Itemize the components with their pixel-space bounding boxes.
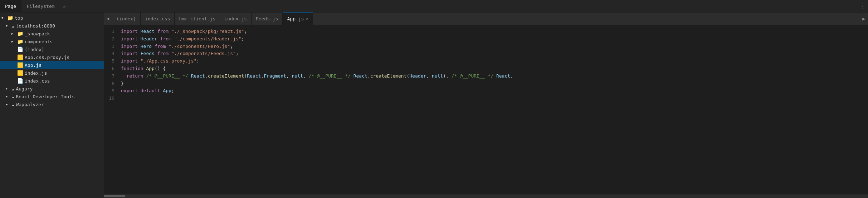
file-icon-indexcss: 📄	[17, 78, 23, 84]
tree-label-components: components	[25, 39, 53, 44]
line-num-7: 7	[107, 73, 114, 80]
tree-item-snowpack[interactable]: ▶ 📁 _snowpack	[0, 30, 104, 38]
tree-item-appcss[interactable]: ▶ 🟨 App.css.proxy.js	[0, 53, 104, 61]
editor-tab-index-css-label: index.css	[145, 16, 170, 21]
file-icon-appcss: 🟨	[17, 54, 23, 60]
line-num-10: 10	[107, 95, 114, 102]
editor-tab-index-css[interactable]: index.css	[141, 13, 175, 25]
tab-filesystem-label: Filesystem	[26, 4, 54, 9]
tab-more-button[interactable]: »	[60, 0, 69, 13]
editor-tab-index-label: (index)	[116, 16, 136, 21]
editor-tab-app-js-label: App.js	[287, 16, 304, 21]
editor-tab-bar: ◀ (index) index.css hmr-client.js index.…	[104, 13, 868, 25]
tree-item-indexjs[interactable]: ▶ 🟨 index.js	[0, 69, 104, 77]
tree-item-react-dev-tools[interactable]: ▶ ☁ React Developer Tools	[0, 93, 104, 100]
arrow-localhost: ▼	[6, 24, 11, 28]
line-num-8: 8	[107, 80, 114, 88]
tree-item-index[interactable]: ▶ 📄 (index)	[0, 45, 104, 53]
tree-item-components[interactable]: ▶ 📁 components	[0, 38, 104, 45]
line-num-6: 6	[107, 65, 114, 73]
editor-tab-index-js-label: index.js	[224, 16, 247, 21]
file-icon-appjs: 🟨	[17, 62, 23, 68]
tree-item-top[interactable]: ▼ 📁 top	[0, 14, 104, 22]
arrow-snowpack: ▶	[11, 32, 17, 35]
editor-tab-index[interactable]: (index)	[112, 13, 141, 25]
more-icon: »	[63, 4, 66, 9]
top-tab-bar: Page Filesystem » ⋮	[0, 0, 868, 13]
tree-label-appjs: App.js	[25, 63, 42, 68]
arrow-augury: ▶	[6, 87, 11, 90]
tree-label-indexjs: index.js	[25, 70, 47, 76]
tree-label-top: top	[15, 15, 23, 21]
tree-label-appcss: App.css.proxy.js	[25, 55, 69, 60]
line-numbers: 1 2 3 4 5 6 7 8 9 10	[104, 25, 118, 194]
line-num-2: 2	[107, 35, 114, 43]
dots-icon: ⋮	[860, 4, 865, 9]
file-icon-indexjs: 🟨	[17, 70, 23, 76]
tab-dots-button[interactable]: ⋮	[858, 0, 868, 13]
tab-page-label: Page	[5, 4, 16, 9]
arrow-react-dev-tools: ▶	[6, 95, 11, 98]
line-num-1: 1	[107, 28, 114, 35]
code-editor[interactable]: 1 2 3 4 5 6 7 8 9 10 import React from "…	[104, 25, 868, 194]
tree-item-wappalyzer[interactable]: ▶ ☁ Wappalyzer	[0, 100, 104, 108]
editor-tab-index-js[interactable]: index.js	[220, 13, 252, 25]
arrow-components: ▶	[11, 40, 17, 43]
code-lines: import React from "./_snowpack/pkg/react…	[118, 25, 868, 194]
tree-item-appjs[interactable]: ▶ 🟨 App.js	[0, 61, 104, 69]
folder-icon-components: 📁	[17, 39, 23, 44]
folder-icon-snowpack: 📁	[17, 31, 23, 36]
arrow-top: ▼	[1, 16, 7, 20]
tree-item-indexcss[interactable]: ▶ 📄 index.css	[0, 77, 104, 85]
scrollbar-thumb	[104, 195, 125, 197]
tree-label-snowpack: _snowpack	[25, 31, 50, 36]
line-num-3: 3	[107, 43, 114, 50]
line-num-9: 9	[107, 87, 114, 95]
arrow-wappalyzer: ▶	[6, 103, 11, 106]
cloud-icon-localhost: ☁	[11, 23, 14, 29]
sidebar: ▼ 📁 top ▼ ☁ localhost:8080 ▶ 📁 _snowpack	[0, 13, 104, 198]
editor-tab-feeds-js[interactable]: Feeds.js	[252, 13, 283, 25]
cloud-icon-augury: ☁	[11, 86, 14, 91]
editor-area: ◀ (index) index.css hmr-client.js index.…	[104, 13, 868, 198]
line-num-4: 4	[107, 50, 114, 58]
editor-tab-feeds-js-label: Feeds.js	[256, 16, 278, 21]
tree-label-react-dev-tools: React Developer Tools	[16, 94, 74, 99]
file-icon-index: 📄	[17, 46, 23, 52]
editor-tab-hmr-client-label: hmr-client.js	[179, 16, 215, 21]
editor-tab-app-js[interactable]: App.js ✕	[283, 13, 313, 25]
tree-label-indexcss: index.css	[25, 78, 50, 84]
editor-tab-hmr-client[interactable]: hmr-client.js	[175, 13, 220, 25]
tab-page[interactable]: Page	[0, 0, 21, 13]
expand-button[interactable]: ▶	[859, 16, 868, 21]
collapse-button[interactable]: ◀	[104, 16, 112, 21]
app-container: Page Filesystem » ⋮ ▼ 📁 top ▼	[0, 0, 868, 198]
cloud-icon-react-dev-tools: ☁	[11, 94, 14, 99]
folder-icon-top: 📁	[7, 15, 13, 21]
file-tree: ▼ 📁 top ▼ ☁ localhost:8080 ▶ 📁 _snowpack	[0, 13, 104, 198]
tree-label-localhost: localhost:8080	[16, 23, 55, 29]
main-layout: ▼ 📁 top ▼ ☁ localhost:8080 ▶ 📁 _snowpack	[0, 13, 868, 198]
tree-label-wappalyzer: Wappalyzer	[16, 102, 44, 107]
tree-item-localhost[interactable]: ▼ ☁ localhost:8080	[0, 22, 104, 30]
horizontal-scrollbar[interactable]	[104, 194, 868, 198]
tree-label-augury: Augury	[16, 86, 33, 91]
tree-item-augury[interactable]: ▶ ☁ Augury	[0, 85, 104, 93]
cloud-icon-wappalyzer: ☁	[11, 102, 14, 107]
tree-label-index: (index)	[25, 47, 44, 52]
tab-filesystem[interactable]: Filesystem	[21, 0, 60, 13]
line-num-5: 5	[107, 58, 114, 65]
close-tab-button[interactable]: ✕	[306, 16, 308, 21]
